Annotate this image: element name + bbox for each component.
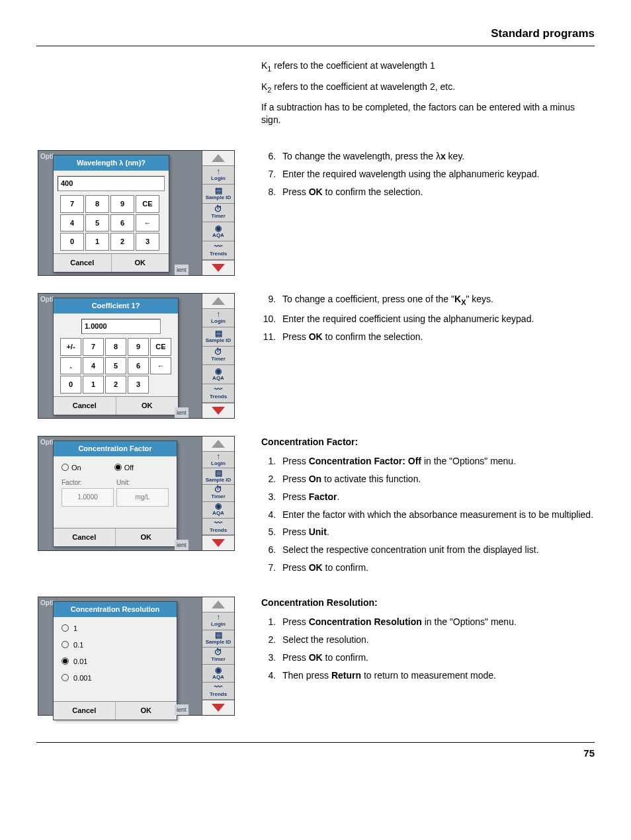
- steps-wavelength: To change the wavelength, press the λx k…: [261, 150, 595, 198]
- key-1[interactable]: 1: [85, 233, 109, 251]
- sidebar-item-timer[interactable]: ⏱Timer: [202, 648, 234, 665]
- sidebar-item-trends[interactable]: 〰Trends: [202, 241, 234, 260]
- factor-field[interactable]: 1.0000: [62, 488, 114, 507]
- scroll-up-icon[interactable]: [202, 294, 234, 309]
- page-header: Standard programs: [36, 26, 595, 46]
- intro-text: K1 refers to the coefficient at waveleng…: [261, 60, 595, 133]
- dialog-title: Concentration Factor: [54, 441, 177, 456]
- ok-button[interactable]: OK: [116, 528, 177, 546]
- sidebar-item-aqa[interactable]: ◉AQA: [202, 365, 234, 384]
- step-item: Press On to activate this function.: [278, 473, 595, 485]
- ok-button[interactable]: OK: [116, 397, 179, 415]
- key-0[interactable]: 0: [60, 376, 81, 394]
- cancel-button[interactable]: Cancel: [54, 528, 116, 546]
- steps-conc-factor: Press Concentration Factor: Off in the "…: [261, 455, 595, 574]
- cancel-button[interactable]: Cancel: [54, 397, 116, 415]
- ok-button[interactable]: OK: [116, 702, 177, 720]
- step-item: Press Unit.: [278, 526, 595, 538]
- key-←[interactable]: ←: [136, 214, 159, 232]
- sidebar-item-sample-id[interactable]: ▤Sample ID: [202, 468, 234, 485]
- key-+/-[interactable]: +/-: [60, 338, 81, 356]
- unit-field[interactable]: mg/L: [116, 488, 169, 507]
- key-←[interactable]: ←: [150, 357, 171, 375]
- sidebar-item-timer[interactable]: ⏱Timer: [202, 204, 234, 222]
- sidebar-item-sample-id[interactable]: ▤Sample ID: [202, 185, 234, 203]
- screenshot-coefficient-keypad: Options Coefficient 1? 1.0000 +/-789CE.4…: [38, 293, 235, 419]
- key-6[interactable]: 6: [110, 214, 134, 232]
- radio-on[interactable]: On: [62, 463, 81, 473]
- sidebar-item-trends[interactable]: 〰Trends: [202, 683, 234, 700]
- ok-button[interactable]: OK: [112, 254, 169, 272]
- radio-off[interactable]: Off: [114, 463, 134, 473]
- step-item: Press OK to confirm.: [278, 651, 595, 664]
- radio-resolution-1[interactable]: 1: [62, 624, 169, 634]
- step-item: To change a coefficient, press one of th…: [278, 293, 595, 308]
- page-number: 75: [36, 742, 595, 760]
- scroll-down-icon[interactable]: [202, 700, 234, 715]
- key-2[interactable]: 2: [110, 233, 134, 251]
- scroll-down-icon[interactable]: [202, 403, 234, 418]
- key-5[interactable]: 5: [85, 214, 109, 232]
- key-CE[interactable]: CE: [136, 195, 159, 213]
- step-item: Press OK to confirm the selection.: [278, 331, 595, 343]
- key-4[interactable]: 4: [83, 357, 104, 375]
- scroll-up-icon[interactable]: [202, 151, 234, 166]
- key-8[interactable]: 8: [85, 195, 109, 213]
- step-item: Then press Return to return to measureme…: [278, 669, 595, 682]
- coefficient-input[interactable]: 1.0000: [81, 319, 161, 334]
- key-3[interactable]: 3: [128, 376, 149, 394]
- sidebar-item-trends[interactable]: 〰Trends: [202, 384, 234, 403]
- key-7[interactable]: 7: [83, 338, 104, 356]
- key-9[interactable]: 9: [110, 195, 134, 213]
- step-item: Enter the factor with which the absorban…: [278, 509, 595, 521]
- sidebar-item-login[interactable]: ↑Login: [202, 166, 234, 185]
- sidebar-item-trends[interactable]: 〰Trends: [202, 519, 234, 535]
- sidebar-item-sample-id[interactable]: ▤Sample ID: [202, 630, 234, 648]
- sidebar-item-sample-id[interactable]: ▤Sample ID: [202, 327, 234, 346]
- key-CE[interactable]: CE: [150, 338, 171, 356]
- sidebar-item-aqa[interactable]: ◉AQA: [202, 502, 234, 519]
- sidebar-item-login[interactable]: ↑Login: [202, 309, 234, 327]
- step-item: Enter the required wavelength using the …: [278, 168, 595, 181]
- key-3[interactable]: 3: [136, 233, 159, 251]
- step-item: Press Concentration Resolution in the "O…: [278, 616, 595, 628]
- key-4[interactable]: 4: [60, 214, 84, 232]
- key-6[interactable]: 6: [128, 357, 149, 375]
- dialog-title: Coefficient 1?: [54, 298, 178, 314]
- key-5[interactable]: 5: [105, 357, 126, 375]
- key-0[interactable]: 0: [60, 233, 84, 251]
- key-2[interactable]: 2: [105, 376, 126, 394]
- scroll-down-icon[interactable]: [202, 260, 234, 275]
- sidebar-item-login[interactable]: ↑Login: [202, 612, 234, 630]
- sidebar-item-aqa[interactable]: ◉AQA: [202, 665, 234, 682]
- sidebar-item-timer[interactable]: ⏱Timer: [202, 485, 234, 501]
- screenshot-wavelength-keypad: Options Wavelength λ (nm)? 400 789CE456←…: [38, 150, 235, 276]
- radio-resolution-0.01[interactable]: 0.01: [62, 657, 169, 667]
- scroll-up-icon[interactable]: [202, 597, 234, 612]
- wavelength-input[interactable]: 400: [58, 176, 165, 191]
- key-.[interactable]: .: [60, 357, 81, 375]
- key-1[interactable]: 1: [83, 376, 104, 394]
- key-7[interactable]: 7: [60, 195, 84, 213]
- key-8[interactable]: 8: [105, 338, 126, 356]
- cancel-button[interactable]: Cancel: [54, 702, 116, 720]
- radio-resolution-0.1[interactable]: 0.1: [62, 640, 169, 650]
- step-item: Press Factor.: [278, 491, 595, 503]
- radio-resolution-0.001[interactable]: 0.001: [62, 673, 169, 683]
- step-item: Select the resolution.: [278, 634, 595, 646]
- screenshot-concentration-factor: Options Concentration Factor On Off Fact…: [38, 436, 235, 551]
- steps-conc-res: Press Concentration Resolution in the "O…: [261, 616, 595, 682]
- dialog-title: Concentration Resolution: [54, 602, 177, 617]
- dialog-title: Wavelength λ (nm)?: [54, 155, 169, 171]
- step-item: Select the respective concentration unit…: [278, 544, 595, 556]
- key-9[interactable]: 9: [128, 338, 149, 356]
- sidebar-item-aqa[interactable]: ◉AQA: [202, 222, 234, 241]
- scroll-up-icon[interactable]: [202, 437, 234, 452]
- sidebar-item-timer[interactable]: ⏱Timer: [202, 347, 234, 365]
- conc-res-heading: Concentration Resolution:: [261, 597, 378, 608]
- cancel-button[interactable]: Cancel: [54, 254, 112, 272]
- scroll-down-icon[interactable]: [202, 535, 234, 550]
- steps-coefficient: To change a coefficient, press one of th…: [261, 293, 595, 343]
- sidebar-item-login[interactable]: ↑Login: [202, 452, 234, 468]
- conc-factor-heading: Concentration Factor:: [261, 437, 358, 447]
